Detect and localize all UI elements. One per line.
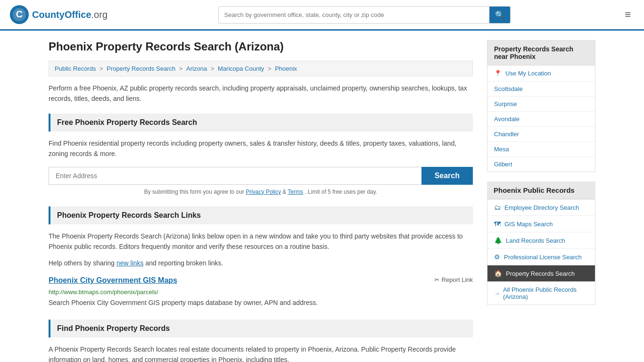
breadcrumb-sep-1: > xyxy=(99,65,105,72)
near-phoenix-heading: Property Records Search near Phoenix xyxy=(487,40,595,66)
svg-text:C: C xyxy=(16,9,23,19)
employee-directory-label: Employee Directory Search xyxy=(504,204,579,211)
logo-text: CountyOffice.org xyxy=(32,9,107,20)
report-link-button-0[interactable]: ✂ Report Link xyxy=(434,276,473,283)
report-link-label: Report Link xyxy=(442,276,473,283)
new-links-link[interactable]: new links xyxy=(116,259,144,267)
find-section: Find Phoenix Property Records A Phoenix … xyxy=(49,320,473,362)
sidebar-item-land-records[interactable]: 🌲 Land Records Search xyxy=(487,232,595,249)
property-records-label: Property Records Search xyxy=(506,270,575,277)
near-phoenix-body: 📍 Use My Location Scottsdale Surprise Av… xyxy=(487,66,595,172)
links-section-intro: The Phoenix Property Records Search (Ari… xyxy=(49,231,473,252)
all-public-records-label: All Phoenix Public Records (Arizona) xyxy=(503,286,588,300)
help-text: Help others by sharing xyxy=(49,259,115,267)
header-search-bar: 🔍 xyxy=(218,6,511,24)
scissors-icon: ✂ xyxy=(434,276,439,283)
breadcrumb-arizona[interactable]: Arizona xyxy=(186,65,207,72)
arrow-right-icon: → xyxy=(494,290,500,297)
land-records-label: Land Records Search xyxy=(506,237,565,244)
search-icon: 🔍 xyxy=(495,11,504,19)
disclaimer-and: & xyxy=(282,189,288,195)
disclaimer-limit: . Limit of 5 free uses per day. xyxy=(305,189,377,195)
reporting-text: and reporting broken links. xyxy=(145,259,223,267)
sidebar-link-avondale[interactable]: Avondale xyxy=(487,112,595,127)
page-intro-text: Perform a free Phoenix, AZ public proper… xyxy=(49,83,473,104)
sidebar: Property Records Search near Phoenix 📍 U… xyxy=(487,40,595,362)
free-search-text: Find Phoenix residential property record… xyxy=(49,138,473,159)
use-my-location-item[interactable]: 📍 Use My Location xyxy=(487,66,595,82)
use-location-label: Use My Location xyxy=(505,70,551,77)
gis-maps-label: GIS Maps Search xyxy=(504,221,553,228)
gis-maps-icon: 🗺 xyxy=(494,220,501,228)
sidebar-item-property-records[interactable]: 🏠 Property Records Search xyxy=(487,265,595,282)
page-container: Phoenix Property Records Search (Arizona… xyxy=(39,31,605,362)
address-search-input[interactable] xyxy=(49,167,421,185)
disclaimer-text: By submitting this form you agree to our xyxy=(144,189,244,195)
breadcrumb: Public Records > Property Records Search… xyxy=(49,61,473,76)
sidebar-item-gis-maps[interactable]: 🗺 GIS Maps Search xyxy=(487,216,595,232)
free-search-heading: Free Phoenix Property Records Search xyxy=(49,114,473,132)
phoenix-public-records-body: 🗂 Employee Directory Search 🗺 GIS Maps S… xyxy=(487,199,595,305)
logo[interactable]: C CountyOffice.org xyxy=(9,5,107,25)
hamburger-icon: ≡ xyxy=(625,8,631,20)
phoenix-public-records-heading: Phoenix Public Records xyxy=(487,181,595,199)
header: C CountyOffice.org 🔍 ≡ xyxy=(0,0,644,31)
terms-link[interactable]: Terms xyxy=(288,189,303,195)
property-search-form: Search xyxy=(49,167,473,185)
header-search-button[interactable]: 🔍 xyxy=(489,7,510,23)
sidebar-item-employee-directory[interactable]: 🗂 Employee Directory Search xyxy=(487,199,595,216)
links-section-heading: Phoenix Property Records Search Links xyxy=(49,206,473,224)
employee-directory-icon: 🗂 xyxy=(494,204,501,211)
sidebar-link-scottsdale[interactable]: Scottsdale xyxy=(487,82,595,97)
link-item-0: Phoenix City Government GIS Maps ✂ Repor… xyxy=(49,276,473,287)
breadcrumb-public-records[interactable]: Public Records xyxy=(55,65,96,72)
sidebar-link-chandler[interactable]: Chandler xyxy=(487,127,595,142)
breadcrumb-property-records-search[interactable]: Property Records Search xyxy=(107,65,175,72)
all-public-records-link[interactable]: → All Phoenix Public Records (Arizona) xyxy=(487,282,595,304)
header-search-input[interactable] xyxy=(219,8,489,22)
link-item-0-title[interactable]: Phoenix City Government GIS Maps xyxy=(49,276,177,285)
new-links-text: Help others by sharing new links and rep… xyxy=(49,259,473,267)
find-section-heading: Find Phoenix Property Records xyxy=(49,320,473,337)
breadcrumb-sep-3: > xyxy=(211,65,216,72)
logo-icon: C xyxy=(9,5,29,25)
professional-license-label: Professional License Search xyxy=(504,254,582,261)
sidebar-link-mesa[interactable]: Mesa xyxy=(487,142,595,157)
breadcrumb-sep-2: > xyxy=(179,65,184,72)
professional-license-icon: ⚙ xyxy=(494,253,500,261)
address-search-button[interactable]: Search xyxy=(421,167,473,185)
link-item-0-url: http://www.btmaps.com/phoenix/parcels/ xyxy=(49,288,473,296)
link-item-0-desc: Search Phoenix City Government GIS prope… xyxy=(49,297,473,308)
find-section-text: A Phoenix Property Records Search locate… xyxy=(49,344,473,362)
free-search-section: Free Phoenix Property Records Search Fin… xyxy=(49,114,473,195)
main-content: Phoenix Property Records Search (Arizona… xyxy=(49,40,473,362)
form-disclaimer: By submitting this form you agree to our… xyxy=(49,189,473,195)
breadcrumb-maricopa[interactable]: Maricopa County xyxy=(218,65,264,72)
near-phoenix-section: Property Records Search near Phoenix 📍 U… xyxy=(487,40,595,172)
phoenix-public-records-section: Phoenix Public Records 🗂 Employee Direct… xyxy=(487,181,595,305)
links-section: Phoenix Property Records Search Links Th… xyxy=(49,206,473,308)
location-pin-icon: 📍 xyxy=(494,70,502,77)
breadcrumb-sep-4: > xyxy=(268,65,273,72)
privacy-policy-link[interactable]: Privacy Policy xyxy=(246,189,281,195)
hamburger-menu-button[interactable]: ≡ xyxy=(621,7,635,23)
breadcrumb-phoenix[interactable]: Phoenix xyxy=(275,65,297,72)
sidebar-link-gilbert[interactable]: Gilbert xyxy=(487,157,595,172)
land-records-icon: 🌲 xyxy=(494,237,502,244)
sidebar-link-surprise[interactable]: Surprise xyxy=(487,97,595,112)
property-records-icon: 🏠 xyxy=(494,270,502,277)
sidebar-item-professional-license[interactable]: ⚙ Professional License Search xyxy=(487,249,595,265)
page-title: Phoenix Property Records Search (Arizona… xyxy=(49,40,473,53)
